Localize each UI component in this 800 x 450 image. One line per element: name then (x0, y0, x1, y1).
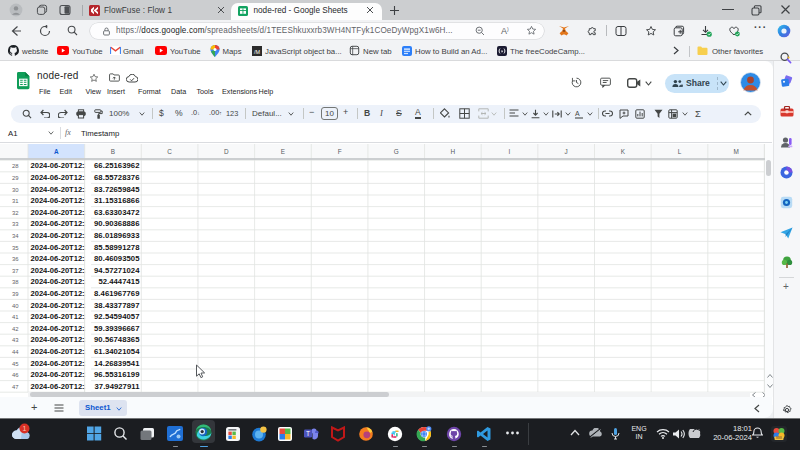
svg-text:85.58991278: 85.58991278 (94, 242, 140, 251)
svg-text:68.55728376: 68.55728376 (94, 172, 139, 181)
svg-text:35: 35 (12, 244, 19, 250)
svg-text:14.26839541: 14.26839541 (94, 358, 140, 367)
svg-text:29: 29 (12, 174, 19, 180)
svg-text:T: T (306, 430, 310, 437)
svg-text:H: H (451, 148, 456, 155)
svg-text:59.39396667: 59.39396667 (94, 323, 139, 332)
svg-text:L: L (678, 148, 682, 155)
svg-text:86.01896933: 86.01896933 (94, 230, 139, 239)
svg-text:2024-06-20T12:2: 2024-06-20T12:2 (31, 196, 89, 205)
svg-text:F: F (338, 148, 342, 155)
svg-text:42: 42 (12, 325, 19, 331)
svg-text:28: 28 (12, 163, 19, 169)
svg-text:44: 44 (12, 348, 19, 354)
svg-text:A: A (575, 109, 580, 116)
svg-text:A: A (54, 148, 59, 155)
svg-text:B: B (111, 148, 115, 155)
svg-text:32: 32 (12, 209, 19, 215)
svg-text:M: M (733, 148, 738, 155)
svg-text:38.43377897: 38.43377897 (94, 300, 139, 309)
svg-text:2024-06-20T12:2: 2024-06-20T12:2 (31, 300, 89, 309)
svg-text:2024-06-20T12:2: 2024-06-20T12:2 (31, 265, 89, 274)
svg-text:2024-06-20T12:2: 2024-06-20T12:2 (31, 358, 89, 367)
svg-text:61.34021054: 61.34021054 (94, 346, 140, 355)
svg-text:92.54594057: 92.54594057 (94, 312, 139, 321)
svg-text:2024-06-20T12:2: 2024-06-20T12:2 (31, 346, 89, 355)
svg-text:46: 46 (12, 372, 19, 378)
svg-text:2024-06-20T12:2: 2024-06-20T12:2 (31, 277, 89, 286)
svg-text:2024-06-20T12:2: 2024-06-20T12:2 (31, 219, 89, 228)
svg-text:37.94927911: 37.94927911 (94, 381, 140, 390)
svg-text:41: 41 (12, 314, 19, 320)
svg-text:BBB: BBB (776, 436, 782, 440)
svg-text:34: 34 (12, 232, 19, 238)
svg-text:2024-06-20T12:2: 2024-06-20T12:2 (31, 161, 89, 170)
svg-text:38: 38 (12, 279, 19, 285)
svg-text:2024-06-20T12:2: 2024-06-20T12:2 (31, 312, 89, 321)
svg-text:2024-06-20T12:2: 2024-06-20T12:2 (31, 335, 89, 344)
svg-text:52.4447415: 52.4447415 (98, 277, 140, 286)
svg-text:37: 37 (12, 267, 19, 273)
svg-text:2024-06-20T12:2: 2024-06-20T12:2 (31, 184, 89, 193)
svg-text:K: K (621, 148, 626, 155)
svg-text:39: 39 (12, 290, 19, 296)
svg-text:40: 40 (12, 302, 19, 308)
svg-text:J: J (565, 148, 568, 155)
svg-text:2024-06-20T12:2: 2024-06-20T12:2 (31, 254, 89, 263)
svg-text:90.90368886: 90.90368886 (94, 219, 139, 228)
svg-text:80.46093505: 80.46093505 (94, 254, 140, 263)
svg-text:D: D (224, 148, 229, 155)
svg-text:G: G (394, 148, 399, 155)
svg-text:94.57271024: 94.57271024 (94, 265, 140, 274)
svg-text:2024-06-20T12:2: 2024-06-20T12:2 (31, 381, 89, 390)
svg-text:31: 31 (12, 198, 19, 204)
svg-text:30: 30 (12, 186, 19, 192)
svg-text:33: 33 (12, 221, 19, 227)
svg-text:63.63303472: 63.63303472 (94, 207, 139, 216)
svg-text:2024-06-20T12:2: 2024-06-20T12:2 (31, 370, 89, 379)
svg-text:2024-06-20T12:2: 2024-06-20T12:2 (31, 207, 89, 216)
svg-text:96.55316199: 96.55316199 (94, 370, 139, 379)
svg-text:C: C (167, 148, 172, 155)
svg-text:I: I (509, 148, 511, 155)
svg-text:90.56748365: 90.56748365 (94, 335, 140, 344)
svg-text:1: 1 (23, 425, 27, 432)
svg-text:36: 36 (12, 256, 19, 262)
svg-text:83.72659845: 83.72659845 (94, 184, 140, 193)
svg-text:43: 43 (12, 337, 19, 343)
svg-text:E: E (281, 148, 285, 155)
svg-text:2024-06-20T12:2: 2024-06-20T12:2 (31, 242, 89, 251)
svg-text:8.461967769: 8.461967769 (94, 288, 139, 297)
svg-text:31.15316866: 31.15316866 (94, 196, 139, 205)
svg-text:66.25163962: 66.25163962 (94, 161, 139, 170)
svg-text:2024-06-20T12:2: 2024-06-20T12:2 (31, 323, 89, 332)
svg-text:/M: /M (254, 48, 261, 54)
svg-text:47: 47 (12, 383, 19, 389)
svg-text:2024-06-20T12:2: 2024-06-20T12:2 (31, 172, 89, 181)
svg-text:2024-06-20T12:2: 2024-06-20T12:2 (31, 288, 89, 297)
svg-text:45: 45 (12, 360, 19, 366)
svg-text:2024-06-20T12:2: 2024-06-20T12:2 (31, 230, 89, 239)
